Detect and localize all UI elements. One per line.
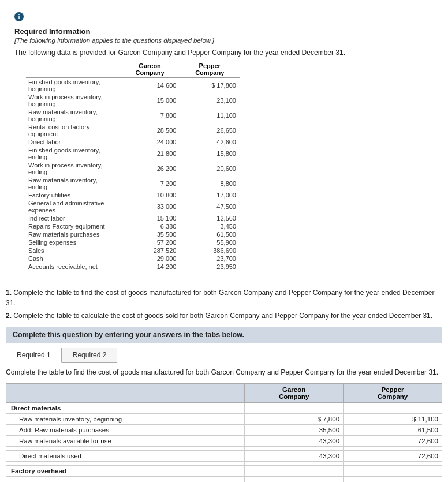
data-table-row: Indirect labor15,10012,560 (26, 214, 240, 222)
question-2: 2. Complete the table to calculate the c… (6, 311, 442, 321)
garcon-input[interactable] (293, 479, 339, 482)
data-table-row: Raw materials purchases35,50061,500 (26, 230, 240, 238)
data-table-row: Raw materials inventory, beginning7,8001… (26, 108, 240, 123)
data-table: GarconCompany PepperCompany Finished goo… (26, 61, 240, 271)
tab-required2[interactable]: Required 2 (62, 348, 118, 363)
main-table-row (6, 447, 442, 451)
info-title: Required Information (14, 27, 434, 36)
data-table-row: Work in process inventory, beginning15,0… (26, 93, 240, 108)
main-table-row: Direct materials (6, 403, 442, 414)
data-table-row: Selling expenses57,20055,900 (26, 238, 240, 246)
data-table-row: General and administrative expenses33,00… (26, 199, 240, 214)
data-table-row: Rental cost on factory equipment28,50026… (26, 123, 240, 138)
data-table-row: Factory utilities10,80017,000 (26, 191, 240, 199)
data-table-row: Finished goods inventory, ending21,80015… (26, 146, 240, 161)
data-table-row: Finished goods inventory, beginning14,60… (26, 78, 240, 94)
main-table-row: Add: Raw materials purchases35,50061,500 (6, 425, 442, 436)
section-header: Complete this question by entering your … (6, 327, 442, 343)
info-desc: The following data is provided for Garco… (14, 48, 434, 57)
question-1: 1. Complete the table to find the cost o… (6, 287, 442, 308)
questions-section: 1. Complete the table to find the cost o… (6, 287, 442, 321)
tab-content-text: Complete the table to find the cost of g… (6, 367, 442, 378)
main-table-row: Raw materials inventory, beginning$ 7,80… (6, 414, 442, 425)
main-table-row (6, 462, 442, 466)
tab-required1[interactable]: Required 1 (6, 348, 62, 363)
info-subtitle: [The following information applies to th… (14, 37, 434, 44)
col-header-pepper: PepperCompany (344, 384, 442, 403)
data-table-row: Raw materials inventory, ending7,2008,80… (26, 176, 240, 191)
data-table-row: Accounts receivable, net14,20023,950 (26, 263, 240, 271)
main-table-row: Factory overhead (6, 466, 442, 477)
data-table-row: Repairs-Factory equipment6,3803,450 (26, 222, 240, 230)
main-table-row: Direct materials used43,30072,600 (6, 451, 442, 462)
info-box: i Required Information [The following in… (6, 6, 442, 279)
pepper-input[interactable] (392, 479, 438, 482)
main-table-row (6, 477, 442, 483)
data-table-row: Cash29,00023,700 (26, 255, 240, 263)
data-table-row: Work in process inventory, ending26,2002… (26, 161, 240, 176)
main-table-row: Raw materials available for use43,30072,… (6, 436, 442, 447)
info-icon: i (14, 12, 24, 21)
tabs-row: Required 1 Required 2 (6, 348, 442, 363)
main-table: GarconCompany PepperCompany Direct mater… (6, 383, 442, 482)
data-table-row: Direct labor24,00042,600 (26, 138, 240, 146)
col-header-label (6, 384, 245, 403)
col-header-garcon: GarconCompany (245, 384, 344, 403)
data-table-row: Sales287,520386,690 (26, 246, 240, 255)
